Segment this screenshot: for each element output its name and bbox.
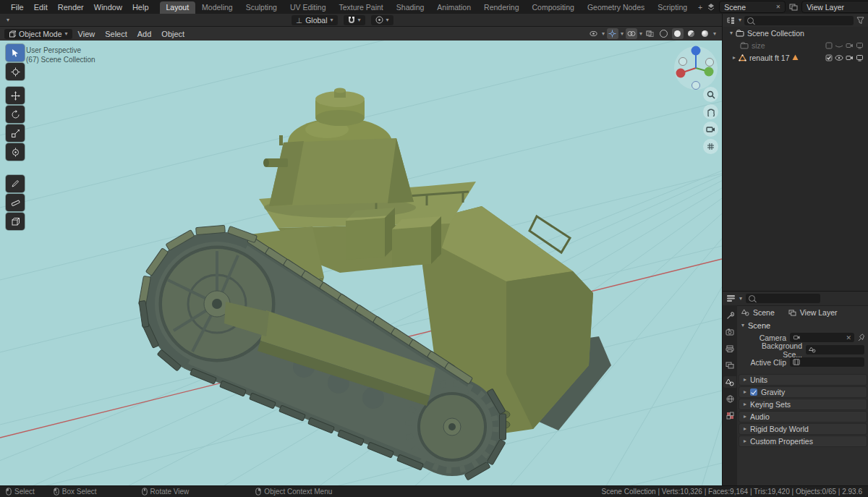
scene-close-icon[interactable]: ✕ (776, 4, 781, 10)
tab-layout[interactable]: Layout (160, 1, 196, 14)
tool-annotate[interactable] (6, 175, 25, 192)
proportional-caret-icon[interactable]: ▾ (386, 17, 389, 23)
section-gravity[interactable]: ▸ Gravity (739, 386, 867, 399)
menu-render[interactable]: Render (53, 3, 89, 12)
tool-add-cube[interactable] (6, 213, 25, 230)
viewport-menu-view[interactable]: View (74, 30, 100, 38)
properties-editor-caret-icon[interactable]: ▾ (739, 296, 742, 302)
ortho-toggle-button[interactable] (703, 139, 718, 154)
tool-scale[interactable] (6, 124, 25, 142)
outliner-search-input[interactable] (744, 16, 854, 25)
view-layer-browse-icon[interactable] (789, 3, 798, 12)
object-expand-icon[interactable]: ▸ (733, 55, 736, 61)
shading-solid-button[interactable] (672, 28, 684, 39)
render-camera-icon[interactable] (846, 54, 854, 61)
tab-animation[interactable]: Animation (430, 1, 477, 14)
tab-uv-editing[interactable]: UV Editing (284, 1, 333, 14)
scene-browse-icon[interactable] (707, 3, 715, 12)
checkbox-icon[interactable] (825, 54, 833, 61)
scene-selector[interactable]: Scene ✕ (719, 1, 786, 13)
outliner-row-scene-collection[interactable]: ▾ Scene Collection (723, 27, 868, 39)
menu-file[interactable]: File (6, 3, 29, 12)
tool-select-box[interactable] (6, 44, 25, 61)
overlays-button[interactable] (626, 28, 637, 39)
active-clip-field[interactable] (790, 357, 864, 367)
proportional-edit-toggle[interactable]: ▾ (371, 15, 393, 25)
tool-cursor[interactable] (6, 63, 25, 80)
collection-expand-icon[interactable]: ▾ (730, 30, 733, 36)
snap-caret-icon[interactable]: ▾ (358, 17, 361, 23)
viewport-3d[interactable]: Object Mode ▾ View Select Add Object ▾ ▾… (0, 27, 722, 485)
mode-dropdown[interactable]: Object Mode ▾ (4, 29, 72, 39)
tab-scripting[interactable]: Scripting (651, 1, 694, 14)
tab-shading[interactable]: Shading (390, 1, 431, 14)
menu-edit[interactable]: Edit (29, 3, 53, 12)
menu-help[interactable]: Help (127, 3, 154, 12)
view-layer-selector[interactable]: View Layer ✕ (801, 1, 868, 13)
tab-modeling[interactable]: Modeling (195, 1, 239, 14)
background-scene-field[interactable] (806, 345, 864, 354)
section-keying-sets[interactable]: ▸ Keying Sets (739, 399, 867, 411)
add-workspace-button[interactable]: + (694, 1, 707, 14)
outliner-filter-icon[interactable] (856, 17, 864, 25)
eyedropper-icon[interactable] (858, 334, 864, 341)
tab-rendering[interactable]: Rendering (477, 1, 525, 14)
xray-toggle-button[interactable] (644, 28, 656, 39)
outliner-row-renault[interactable]: ▸ renault ft 17 (723, 51, 868, 64)
tool-measure[interactable] (6, 194, 25, 211)
viewport-menu-add[interactable]: Add (133, 30, 156, 38)
menu-window[interactable]: Window (89, 3, 127, 12)
tab-geometry-nodes[interactable]: Geometry Nodes (581, 1, 651, 14)
transform-orientation-dropdown[interactable]: ⊥ Global ▾ (292, 15, 338, 25)
tab-compositing[interactable]: Compositing (526, 1, 581, 14)
object-visibility-button[interactable] (588, 28, 600, 39)
section-rigid-body-world[interactable]: ▸ Rigid Body World (739, 423, 867, 436)
tank-model[interactable] (139, 88, 611, 480)
snap-toggle[interactable]: ▾ (344, 15, 365, 25)
tab-view-layer-properties[interactable] (723, 360, 736, 371)
gizmos-button[interactable] (607, 28, 618, 39)
section-custom-properties[interactable]: ▸ Custom Properties (739, 436, 867, 448)
tab-texture-paint[interactable]: Texture Paint (333, 1, 390, 14)
disable-render-icon[interactable] (846, 42, 854, 49)
properties-search-input[interactable] (746, 294, 820, 303)
visibility-caret-icon[interactable]: ▾ (602, 31, 605, 37)
editor-type-caret-icon[interactable]: ▾ (7, 17, 9, 23)
viewport-display-icon[interactable] (856, 54, 864, 61)
checkbox-icon[interactable] (825, 42, 833, 49)
eye-icon[interactable] (835, 54, 843, 61)
editor-type-properties-icon[interactable] (726, 294, 736, 302)
editor-type-outliner-icon[interactable] (726, 17, 736, 25)
tool-move[interactable] (6, 87, 25, 104)
tab-output-properties[interactable] (723, 343, 736, 354)
tab-render-properties[interactable] (723, 326, 736, 338)
outliner-row-size[interactable]: size (723, 39, 868, 51)
tab-tool-properties[interactable] (723, 310, 736, 321)
gravity-checkbox[interactable] (750, 388, 757, 396)
tool-rotate[interactable] (6, 106, 25, 123)
viewport-menu-object[interactable]: Object (157, 30, 189, 38)
viewport-menu-select[interactable]: Select (101, 30, 132, 38)
gizmos-caret-icon[interactable]: ▾ (621, 31, 624, 37)
disable-viewport-icon[interactable] (856, 42, 864, 49)
breadcrumb-scene[interactable]: Scene (753, 308, 775, 317)
shading-rendered-button[interactable] (699, 28, 711, 39)
pan-hand-button[interactable] (703, 104, 718, 119)
shading-caret-icon[interactable]: ▾ (713, 31, 716, 37)
tool-transform[interactable] (6, 143, 25, 161)
shading-material-button[interactable] (686, 28, 697, 39)
tab-texture-properties[interactable] (723, 409, 736, 421)
tab-world-properties[interactable] (723, 393, 736, 404)
camera-view-button[interactable] (703, 122, 718, 137)
overlays-caret-icon[interactable]: ▾ (639, 31, 642, 37)
nav-gizmo[interactable] (674, 46, 718, 90)
shading-wireframe-button[interactable] (658, 28, 670, 39)
tab-sculpting[interactable]: Sculpting (239, 1, 284, 14)
breadcrumb-view-layer[interactable]: View Layer (800, 308, 838, 317)
section-units[interactable]: ▸ Units (739, 374, 867, 386)
hide-eye-icon[interactable] (835, 42, 843, 49)
outliner-editor-caret-icon[interactable]: ▾ (739, 17, 741, 23)
scene-section-header[interactable]: ▾ Scene (737, 320, 868, 331)
zoom-button[interactable] (703, 87, 718, 102)
tab-scene-properties[interactable] (723, 376, 736, 388)
